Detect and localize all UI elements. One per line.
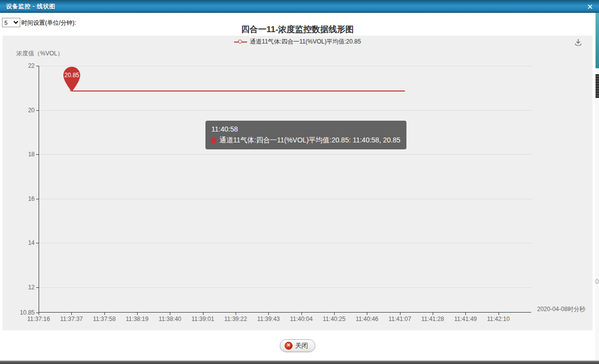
dialog-titlebar: 设备监控 - 线状图 ✕ — [0, 0, 599, 13]
x-tick-label: 11:38:19 — [126, 316, 149, 322]
plot-area: 20.85 22201816141210.8511:37:1611:37:371… — [39, 66, 531, 313]
chart-panel: 通道11气体:四合一11(%VOL)平均值:20.85 浓度值（%VOL） 20… — [2, 36, 593, 330]
gridline — [39, 66, 532, 66]
y-tick-mark — [36, 287, 39, 288]
y-tick-mark — [36, 154, 39, 155]
x-tick-mark — [301, 313, 302, 315]
gridline — [39, 243, 532, 243]
x-tick-mark — [268, 313, 269, 315]
chart-legend[interactable]: 通道11气体:四合一11(%VOL)平均值:20.85 — [2, 38, 593, 46]
x-tick-mark — [499, 313, 499, 315]
x-axis-line — [39, 312, 531, 313]
close-button-label: 关闭 — [295, 341, 308, 350]
gridline — [39, 199, 532, 199]
y-tick-mark — [36, 199, 39, 199]
y-tick-mark — [36, 66, 39, 66]
x-tick-mark — [137, 313, 138, 315]
x-tick-mark — [236, 313, 236, 315]
series-line — [72, 91, 405, 91]
dialog-footer: ✕ 关闭 — [0, 330, 595, 361]
x-tick-label: 11:37:16 — [27, 316, 50, 322]
x-tick-mark — [367, 313, 367, 315]
x-tick-label: 11:41:28 — [421, 316, 444, 322]
x-tick-label: 11:41:49 — [454, 316, 477, 322]
x-tick-label: 11:40:25 — [323, 316, 346, 322]
y-tick-label: 18 — [28, 151, 35, 158]
tooltip-series-swatch — [211, 138, 216, 143]
x-tick-mark — [104, 313, 105, 315]
y-tick-label: 10.85 — [20, 309, 35, 316]
background-fragment — [596, 279, 599, 284]
x-axis-name: 2020-04-08时分秒 — [537, 305, 585, 314]
x-tick-mark — [203, 313, 203, 315]
x-tick-mark — [71, 313, 72, 315]
gridline — [39, 110, 532, 111]
y-tick-label: 16 — [28, 195, 35, 202]
download-icon[interactable] — [574, 38, 583, 47]
x-tick-label: 11:40:04 — [290, 316, 313, 322]
y-tick-mark — [36, 243, 39, 243]
close-button[interactable]: ✕ 关闭 — [280, 339, 315, 352]
pin-label: 20.85 — [64, 72, 79, 79]
x-tick-label: 11:37:58 — [93, 316, 116, 322]
x-tick-label: 11:39:01 — [192, 316, 214, 322]
x-tick-label: 11:39:22 — [224, 316, 247, 322]
background-page-strip — [595, 13, 599, 361]
chart-title: 四合一11-浓度监控数据线形图 — [0, 24, 595, 35]
y-tick-label: 22 — [28, 62, 35, 69]
legend-line-icon — [234, 40, 247, 45]
y-tick-label: 12 — [28, 284, 35, 291]
x-tick-mark — [465, 313, 466, 315]
tooltip-entry: 通道11气体:四合一11(%VOL)平均值:20.85: 11:40:58, 2… — [219, 135, 400, 146]
background-fragment — [596, 13, 599, 68]
tooltip-time: 11:40:58 — [211, 124, 400, 135]
y-tick-label: 14 — [28, 239, 35, 246]
gridline — [39, 154, 532, 155]
x-tick-label: 11:42:10 — [487, 316, 510, 322]
close-button-icon: ✕ — [285, 342, 293, 350]
y-tick-mark — [36, 110, 39, 111]
y-axis-name: 浓度值（%VOL） — [16, 49, 63, 58]
x-tick-mark — [39, 313, 39, 315]
dialog-body: 5 时间设置(单位/分钟): 四合一11-浓度监控数据线形图 通道11气体:四合… — [0, 13, 595, 361]
x-tick-label: 11:37:37 — [60, 316, 83, 322]
pin-marker: 20.85 — [62, 67, 81, 91]
background-bottom-bar — [0, 361, 599, 364]
x-tick-label: 11:40:46 — [355, 316, 378, 322]
y-axis-line — [39, 66, 39, 313]
x-tick-mark — [170, 313, 170, 315]
legend-label: 通道11气体:四合一11(%VOL)平均值:20.85 — [250, 38, 361, 46]
dialog-title: 设备监控 - 线状图 — [6, 2, 55, 11]
x-tick-label: 11:38:40 — [158, 316, 181, 322]
close-icon[interactable]: ✕ — [587, 3, 593, 10]
gridline — [39, 287, 532, 288]
x-tick-mark — [433, 313, 433, 315]
x-tick-mark — [334, 313, 335, 315]
y-tick-label: 20 — [28, 107, 35, 114]
x-tick-label: 11:41:07 — [389, 316, 411, 322]
x-tick-label: 11:39:43 — [257, 316, 280, 322]
screen: 设备监控 - 线状图 ✕ 5 时间设置(单位/分钟): 四合一11-浓度监控数据… — [0, 0, 599, 364]
x-tick-mark — [400, 313, 400, 315]
background-fragment — [596, 74, 599, 98]
chart-tooltip: 11:40:58 通道11气体:四合一11(%VOL)平均值:20.85: 11… — [205, 121, 406, 149]
